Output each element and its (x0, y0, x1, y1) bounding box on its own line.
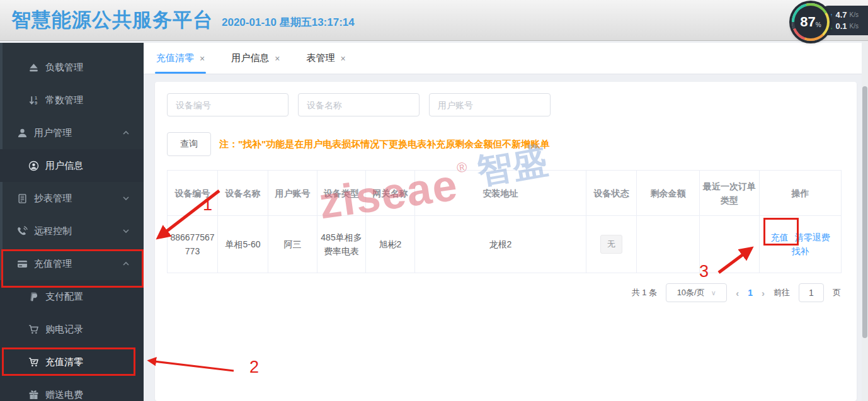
cell-install-address: 龙根2 (415, 216, 586, 273)
close-icon[interactable]: × (275, 54, 280, 64)
tab-recharge-clear[interactable]: 充值清零 × (156, 43, 205, 74)
tab-label: 充值清零 (156, 52, 194, 64)
page-size-select[interactable]: 10条/页 ∨ (666, 283, 727, 302)
download-speed-value: 0.1 (836, 21, 847, 31)
download-speed-unit: K/s (850, 23, 859, 30)
table-header-row: 设备编号 设备名称 用户账号 设备类型 网关名称 安装地址 设备状态 剩余金额 … (168, 171, 842, 216)
sidebar-item-gift-electricity[interactable]: 赠送电费 (0, 378, 144, 401)
sidebar-item-remote-control[interactable]: 远程控制 (0, 215, 144, 247)
sort-numeric-icon: 1 9 (28, 95, 39, 106)
sidebar-item-label: 抄表管理 (34, 193, 72, 205)
cell-device-name: 单相5-60 (218, 216, 268, 273)
shopping-cart-icon (28, 324, 39, 335)
col-user-account: 用户账号 (268, 171, 317, 216)
phone-volume-icon (17, 226, 28, 237)
meter-icon (17, 193, 28, 204)
clear-refund-link[interactable]: 清零退费 (794, 232, 830, 242)
close-icon[interactable]: × (340, 54, 345, 64)
download-arrow-icon: ↓ (830, 23, 833, 30)
upload-speed-row: ↑ 4.7 K/s (830, 10, 868, 20)
gift-icon (28, 390, 39, 400)
current-page[interactable]: 1 (748, 288, 753, 298)
device-no-input[interactable] (167, 93, 288, 116)
note-text: 注："找补"功能是在用户电表损坏情况下更换电表补充原剩余金额但不新增账单 (219, 138, 549, 150)
sidebar-item-meter-reading[interactable]: 抄表管理 (0, 182, 144, 215)
gauge-percent-value: 87 (800, 14, 815, 30)
upload-arrow-icon: ↑ (830, 11, 833, 19)
sidebar-item-payment-config[interactable]: 支付配置 (0, 280, 144, 313)
sidebar-item-recharge-management[interactable]: 充值管理 (0, 247, 144, 280)
goto-label: 前往 (774, 287, 790, 298)
download-speed-row: ↓ 0.1 K/s (830, 21, 868, 31)
sidebar-item-purchase-records[interactable]: 购电记录 (0, 313, 144, 346)
content-card: 查询 注："找补"功能是在用户电表损坏情况下更换电表补充原剩余金额但不新增账单 … (155, 82, 857, 401)
col-install-address: 安装地址 (415, 171, 586, 216)
query-row: 查询 注："找补"功能是在用户电表损坏情况下更换电表补充原剩余金额但不新增账单 (167, 132, 549, 156)
pagination: 共 1 条 10条/页 ∨ ‹ 1 › 前往 页 (632, 283, 841, 302)
sidebar-item-label: 用户信息 (45, 160, 83, 172)
compensate-link[interactable]: 找补 (792, 246, 809, 256)
sidebar-item-label: 支付配置 (45, 291, 83, 303)
gauge-percent-symbol: % (816, 21, 821, 28)
cell-device-type: 485单相多费率电表 (317, 216, 366, 273)
device-name-input[interactable] (298, 93, 420, 116)
sidebar-item-recharge-clear[interactable]: 充值清零 (0, 346, 144, 378)
prev-page-button[interactable]: ‹ (736, 288, 739, 298)
page-label: 页 (833, 287, 841, 298)
sidebar-menu: 负载管理 1 9 常数管理 用户管理 (0, 43, 144, 401)
page-size-value: 10条/页 (677, 287, 705, 298)
sidebar-item-label: 充值管理 (34, 258, 72, 270)
percent-gauge-face: 87 % (794, 6, 827, 38)
eject-icon (28, 62, 39, 73)
sidebar-item-user-management[interactable]: 用户管理 (0, 116, 144, 149)
sidebar-item-label: 用户管理 (34, 127, 72, 139)
search-row (167, 93, 551, 116)
vertical-scrollbar[interactable] (862, 41, 868, 401)
recharge-link[interactable]: 充值 (771, 232, 789, 242)
pagination-total: 共 1 条 (632, 287, 657, 298)
cell-gateway-name: 旭彬2 (366, 216, 415, 273)
percent-gauge[interactable]: 87 % (792, 3, 830, 41)
query-button[interactable]: 查询 (167, 132, 211, 156)
sidebar-item-label: 赠送电费 (45, 389, 83, 401)
tab-label: 用户信息 (231, 52, 269, 64)
sidebar-item-user-info[interactable]: 用户信息 (0, 149, 144, 182)
col-balance: 剩余金额 (637, 171, 700, 216)
scrollbar-thumb[interactable] (862, 86, 867, 338)
sidebar: 负载管理 1 9 常数管理 用户管理 (0, 43, 144, 401)
upload-speed-unit: K/s (850, 11, 859, 18)
device-table: 设备编号 设备名称 用户账号 设备类型 网关名称 安装地址 设备状态 剩余金额 … (167, 170, 842, 273)
col-device-name: 设备名称 (218, 171, 268, 216)
user-icon (17, 128, 28, 138)
tab-user-info[interactable]: 用户信息 × (231, 43, 280, 74)
tab-label: 表管理 (306, 52, 334, 64)
chevron-up-icon (122, 129, 130, 137)
cell-user-account: 阿三 (268, 216, 317, 273)
tab-meter-management[interactable]: 表管理 × (306, 43, 345, 74)
app-title: 智慧能源公共服务平台 (11, 7, 213, 33)
sidebar-item-label: 购电记录 (45, 324, 83, 336)
col-last-order-type: 最近一次订单类型 (700, 171, 760, 216)
credit-card-icon (17, 259, 28, 269)
sidebar-item-label: 常数管理 (45, 94, 83, 106)
col-gateway-name: 网关名称 (366, 171, 415, 216)
cell-device-no: 886677567773 (168, 216, 218, 273)
cell-actions: 充值 清零退费 找补 (760, 216, 842, 273)
col-actions: 操作 (760, 171, 842, 216)
table-row: 886677567773 单相5-60 阿三 485单相多费率电表 旭彬2 龙根… (168, 216, 842, 273)
goto-page-input[interactable] (799, 283, 824, 302)
sidebar-item-label: 充值清零 (45, 356, 83, 368)
next-page-button[interactable]: › (762, 288, 765, 298)
close-icon[interactable]: × (200, 54, 205, 64)
svg-text:9: 9 (35, 100, 37, 106)
cell-device-status: 无 (586, 216, 637, 273)
header-datetime: 2020-01-10 星期五13:17:14 (222, 15, 355, 30)
user-account-input[interactable] (429, 93, 551, 116)
col-device-status: 设备状态 (586, 171, 637, 216)
status-badge: 无 (600, 235, 622, 254)
col-device-type: 设备类型 (317, 171, 366, 216)
col-device-no: 设备编号 (168, 171, 218, 216)
cell-balance (637, 216, 700, 273)
sidebar-item-constant-management[interactable]: 1 9 常数管理 (0, 84, 144, 116)
sidebar-item-load-management[interactable]: 负载管理 (0, 51, 144, 84)
